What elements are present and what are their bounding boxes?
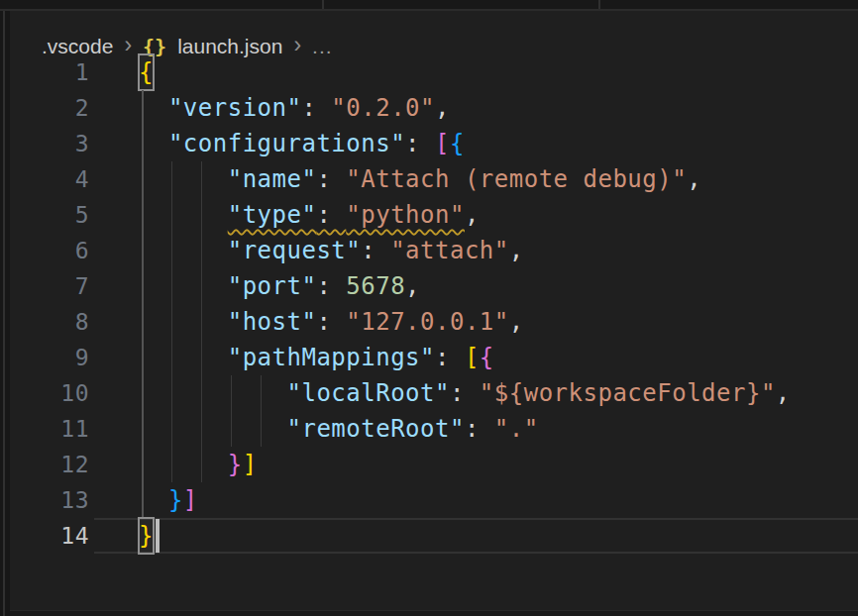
- token: {: [450, 130, 465, 157]
- code-text[interactable]: "type": "python",: [139, 197, 480, 233]
- line-number[interactable]: 6: [10, 233, 89, 268]
- token: 5678: [346, 272, 405, 300]
- line-number[interactable]: 7: [10, 268, 89, 304]
- line-number[interactable]: 4: [10, 161, 89, 197]
- token: "type": [228, 201, 317, 229]
- code-text[interactable]: "port": 5678,: [139, 268, 420, 304]
- line-number[interactable]: 12: [10, 447, 89, 482]
- token: "request": [228, 237, 362, 264]
- code-line[interactable]: 11 "remoteRoot": ".": [10, 411, 858, 447]
- token: "configurations": [168, 130, 405, 157]
- token: "port": [228, 272, 317, 300]
- token: "${workspaceFolder}": [480, 379, 776, 407]
- code-text[interactable]: "version": "0.2.0",: [139, 90, 450, 126]
- token: "python": [346, 201, 465, 229]
- code-line[interactable]: 1{: [10, 54, 858, 90]
- token: :: [435, 344, 465, 371]
- token: :: [450, 379, 480, 407]
- line-number[interactable]: 3: [10, 126, 89, 161]
- token: :: [301, 94, 331, 122]
- line-number[interactable]: 5: [10, 197, 89, 233]
- code-line[interactable]: 13 }]: [10, 482, 858, 518]
- token: :: [316, 272, 346, 300]
- code-line[interactable]: 2 "version": "0.2.0",: [10, 90, 858, 126]
- token: "127.0.0.1": [346, 308, 508, 336]
- code-text[interactable]: "name": "Attach (remote debug)",: [139, 161, 701, 197]
- line-number[interactable]: 13: [10, 482, 89, 518]
- line-number[interactable]: 11: [10, 411, 89, 447]
- token: ,: [465, 201, 480, 229]
- code-text[interactable]: "configurations": [{: [139, 126, 465, 161]
- warning-squiggle: "type": "python": [228, 201, 465, 229]
- token: ,: [776, 379, 791, 407]
- line-number[interactable]: 9: [10, 340, 89, 375]
- tab-bar[interactable]: [0, 0, 858, 11]
- code-line[interactable]: 5 "type": "python",: [10, 197, 858, 233]
- token: [: [465, 344, 480, 371]
- line-number[interactable]: 2: [10, 90, 89, 126]
- code-text[interactable]: "pathMappings": [{: [139, 340, 494, 375]
- token: ,: [509, 237, 524, 264]
- code-text[interactable]: "localRoot": "${workspaceFolder}",: [139, 375, 791, 411]
- token: {: [480, 344, 494, 371]
- token: :: [316, 201, 346, 229]
- token: :: [316, 308, 346, 336]
- code-text[interactable]: {: [139, 54, 154, 90]
- token: "name": [228, 165, 317, 193]
- token: ]: [243, 451, 258, 478]
- token: ,: [405, 272, 420, 300]
- code-text[interactable]: "host": "127.0.0.1",: [139, 304, 524, 340]
- left-window-edge: [0, 11, 10, 616]
- code-line[interactable]: 6 "request": "attach",: [10, 233, 858, 268]
- token: "remoteRoot": [287, 415, 465, 443]
- token: "attach": [390, 237, 509, 264]
- code-text[interactable]: }: [139, 518, 154, 554]
- code-line[interactable]: 14}: [10, 518, 858, 554]
- tab-divider: [598, 0, 600, 9]
- editor[interactable]: .vscode›{}launch.json›... 1{2 "version":…: [10, 11, 858, 616]
- token: :: [361, 237, 390, 264]
- code-text[interactable]: }]: [139, 482, 198, 518]
- token: "host": [228, 308, 317, 336]
- sash[interactable]: [3, 11, 5, 616]
- matched-bracket: {: [139, 54, 154, 90]
- token: :: [316, 165, 346, 193]
- token: :: [405, 130, 435, 157]
- code-text[interactable]: "remoteRoot": ".": [139, 411, 539, 447]
- token: "Attach (remote debug)": [346, 165, 687, 193]
- text-cursor: [156, 519, 160, 553]
- token: }: [168, 486, 183, 514]
- token: [: [435, 130, 450, 157]
- editor-bottom-edge: [10, 610, 858, 616]
- current-line-highlight: [94, 552, 858, 554]
- token: :: [465, 415, 494, 443]
- token: ".": [494, 415, 539, 443]
- tab-divider: [322, 0, 324, 9]
- token: "version": [168, 94, 302, 122]
- line-number[interactable]: 1: [10, 54, 89, 90]
- token: "0.2.0": [331, 94, 435, 122]
- line-number[interactable]: 8: [10, 304, 89, 340]
- token: ,: [435, 94, 450, 122]
- code-text[interactable]: "request": "attach",: [139, 233, 524, 268]
- token: }: [228, 451, 243, 478]
- code-line[interactable]: 12 }]: [10, 447, 858, 482]
- token: "pathMappings": [228, 344, 435, 371]
- token: ,: [687, 165, 701, 193]
- code-line[interactable]: 9 "pathMappings": [{: [10, 340, 858, 375]
- matched-bracket: }: [139, 518, 154, 554]
- current-line-highlight: [94, 518, 858, 520]
- token: ,: [509, 308, 524, 336]
- code-line[interactable]: 4 "name": "Attach (remote debug)",: [10, 161, 858, 197]
- line-number[interactable]: 10: [10, 375, 89, 411]
- code-line[interactable]: 7 "port": 5678,: [10, 268, 858, 304]
- code-line[interactable]: 10 "localRoot": "${workspaceFolder}",: [10, 375, 858, 411]
- token: ]: [183, 486, 198, 514]
- line-number[interactable]: 14: [10, 518, 89, 554]
- token: "localRoot": [287, 379, 450, 407]
- code-line[interactable]: 3 "configurations": [{: [10, 126, 858, 161]
- code-text[interactable]: }]: [139, 447, 258, 482]
- code-line[interactable]: 8 "host": "127.0.0.1",: [10, 304, 858, 340]
